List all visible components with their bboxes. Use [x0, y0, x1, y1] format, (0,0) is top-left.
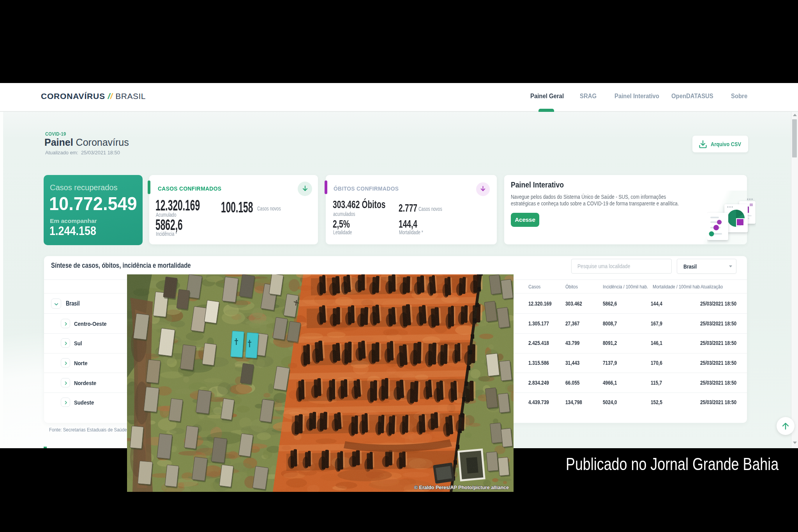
- svg-text:© Eraldo Peres/AP Photo/pictur: © Eraldo Peres/AP Photo/picture alliance: [414, 485, 509, 490]
